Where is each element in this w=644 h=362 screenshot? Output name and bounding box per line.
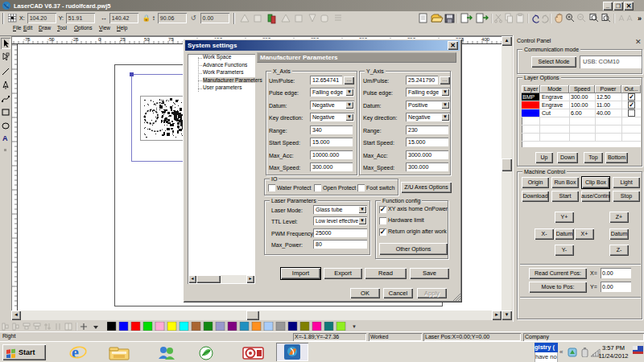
svg-text:»: » (638, 14, 642, 23)
